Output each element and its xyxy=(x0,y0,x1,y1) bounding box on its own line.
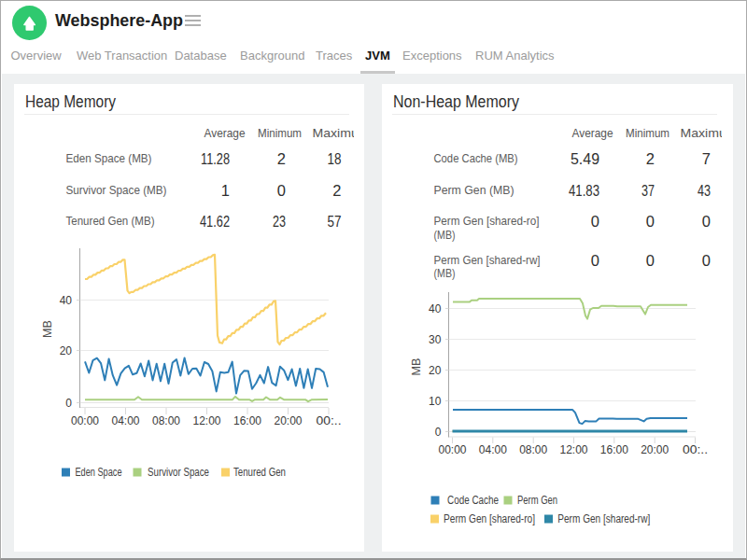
svg-text:7: 7 xyxy=(702,150,711,167)
svg-text:5.49: 5.49 xyxy=(571,150,599,167)
svg-text:0: 0 xyxy=(702,252,711,269)
svg-text:11.28: 11.28 xyxy=(201,150,230,167)
svg-text:MB: MB xyxy=(41,320,54,338)
svg-text:08:00: 08:00 xyxy=(152,414,180,427)
svg-text:00:00: 00:00 xyxy=(439,443,467,456)
svg-text:0: 0 xyxy=(591,252,599,269)
svg-text:Survivor Space: Survivor Space xyxy=(148,466,209,479)
svg-text:Heap Memory: Heap Memory xyxy=(25,92,116,111)
svg-text:Eden Space: Eden Space xyxy=(76,466,122,479)
svg-text:57: 57 xyxy=(328,213,342,230)
svg-text:20: 20 xyxy=(429,364,442,377)
svg-text:Perm Gen [shared-ro]: Perm Gen [shared-ro] xyxy=(434,214,540,228)
svg-text:40: 40 xyxy=(429,302,442,315)
svg-text:20:00: 20:00 xyxy=(275,414,303,427)
svg-text:Code Cache (MB): Code Cache (MB) xyxy=(434,151,518,165)
svg-text:Minimum: Minimum xyxy=(258,126,302,140)
svg-text:2: 2 xyxy=(277,150,286,167)
svg-text:Websphere-App: Websphere-App xyxy=(55,10,183,30)
svg-text:04:00: 04:00 xyxy=(112,414,140,427)
svg-text:10: 10 xyxy=(429,395,442,408)
svg-text:23: 23 xyxy=(273,213,286,230)
svg-text:Perm Gen: Perm Gen xyxy=(517,494,557,507)
svg-text:Maximum: Maximum xyxy=(313,126,365,140)
svg-text:00:..: 00:.. xyxy=(683,443,708,456)
svg-text:30: 30 xyxy=(429,333,442,346)
svg-text:41.62: 41.62 xyxy=(200,213,230,230)
svg-text:37: 37 xyxy=(641,182,655,199)
svg-text:Maximum: Maximum xyxy=(681,126,734,140)
svg-text:Tenured Gen (MB): Tenured Gen (MB) xyxy=(66,214,155,228)
svg-text:18: 18 xyxy=(328,150,342,167)
svg-text:2: 2 xyxy=(332,182,341,199)
svg-text:Survivor Space (MB): Survivor Space (MB) xyxy=(66,183,167,197)
svg-text:2: 2 xyxy=(646,150,655,167)
svg-text:16:00: 16:00 xyxy=(600,443,628,456)
svg-text:Non-Heap Memory: Non-Heap Memory xyxy=(393,92,519,111)
svg-text:40: 40 xyxy=(60,294,73,307)
svg-text:Code Cache: Code Cache xyxy=(447,494,499,507)
svg-text:1: 1 xyxy=(221,182,230,199)
svg-text:MB: MB xyxy=(410,358,423,376)
svg-text:Perm Gen [shared-rw]: Perm Gen [shared-rw] xyxy=(557,512,650,525)
svg-text:0: 0 xyxy=(277,182,286,199)
svg-text:41.83: 41.83 xyxy=(569,182,599,199)
svg-text:Eden Space (MB): Eden Space (MB) xyxy=(66,151,152,165)
svg-text:0: 0 xyxy=(646,213,655,230)
svg-text:43: 43 xyxy=(698,182,711,199)
svg-text:12:00: 12:00 xyxy=(560,443,588,456)
svg-text:Perm Gen [shared-rw]: Perm Gen [shared-rw] xyxy=(434,253,541,267)
svg-text:Tenured Gen: Tenured Gen xyxy=(233,466,286,479)
svg-text:0: 0 xyxy=(591,213,599,230)
svg-text:0: 0 xyxy=(702,213,711,230)
svg-text:(MB): (MB) xyxy=(434,266,456,280)
svg-text:20:00: 20:00 xyxy=(641,443,669,456)
svg-text:0: 0 xyxy=(646,252,655,269)
svg-text:20: 20 xyxy=(60,344,73,357)
svg-text:(MB): (MB) xyxy=(434,228,456,242)
svg-text:08:00: 08:00 xyxy=(519,443,547,456)
svg-text:16:00: 16:00 xyxy=(233,414,261,427)
svg-text:00:..: 00:.. xyxy=(317,414,342,427)
svg-text:0: 0 xyxy=(65,397,72,410)
svg-text:00:00: 00:00 xyxy=(71,414,99,427)
svg-text:Average: Average xyxy=(204,126,246,140)
svg-text:12:00: 12:00 xyxy=(193,414,221,427)
svg-text:04:00: 04:00 xyxy=(479,443,507,456)
svg-text:Minimum: Minimum xyxy=(626,126,669,140)
svg-text:Perm Gen (MB): Perm Gen (MB) xyxy=(434,183,514,197)
svg-text:Average: Average xyxy=(572,126,613,140)
svg-text:Perm Gen [shared-ro]: Perm Gen [shared-ro] xyxy=(444,512,535,525)
svg-text:0: 0 xyxy=(435,426,442,439)
